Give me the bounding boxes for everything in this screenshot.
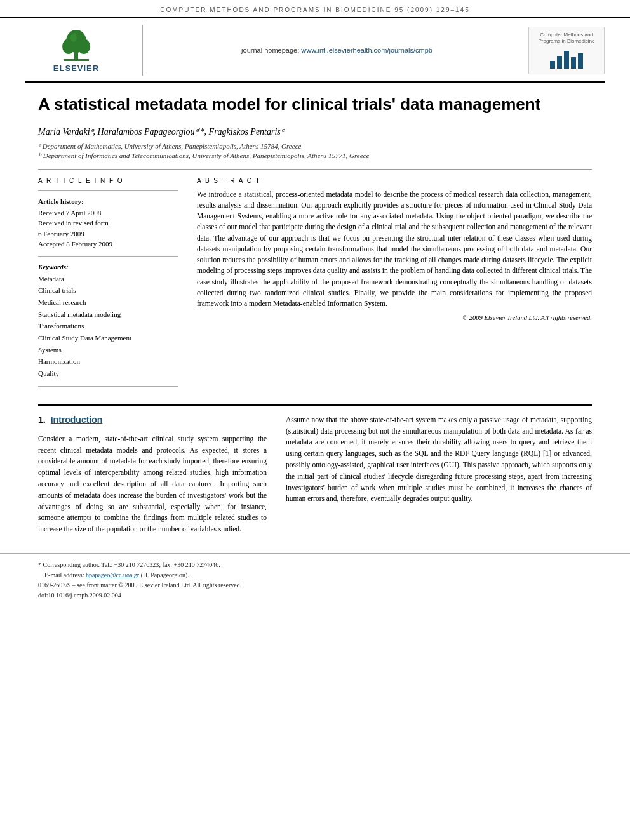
journal-title: COMPUTER METHODS AND PROGRAMS IN BIOMEDI…: [160, 6, 469, 13]
right-logo-text: Computer Methods andPrograms in Biomedic…: [539, 32, 595, 45]
header: ELSEVIER journal homepage: www.intl.else…: [0, 18, 630, 76]
article-title: A statistical metadata model for clinica…: [38, 94, 592, 115]
abstract-col-header: A B S T R A C T: [197, 177, 592, 184]
section1-left-text: Consider a modern, state-of-the-art clin…: [38, 434, 267, 535]
bar1: [550, 61, 555, 69]
para-1: Consider a modern, state-of-the-art clin…: [38, 434, 267, 535]
svg-point-4: [77, 39, 90, 54]
svg-point-5: [70, 33, 77, 42]
accepted-date: Accepted 8 February 2009: [38, 239, 178, 250]
two-col-info-abstract: A R T I C L E I N F O Article history: R…: [38, 177, 592, 393]
right-logo-area: Computer Methods andPrograms in Biomedic…: [516, 27, 605, 74]
footnote-area: * Corresponding author. Tel.: +30 210 72…: [0, 553, 630, 601]
received-date: Received 7 April 2008: [38, 208, 178, 218]
affiliation-a: ᵃ Department of Mathematics, University …: [38, 142, 592, 150]
section-divider-bold: [38, 404, 592, 406]
footnote-corresponding: * Corresponding author. Tel.: +30 210 72…: [38, 560, 592, 570]
footnote-corresponding-text: * Corresponding author. Tel.: +30 210 72…: [38, 561, 220, 568]
para-right-1: Assume now that the above state-of-the-a…: [286, 415, 592, 505]
bar-chart-icon: [550, 50, 583, 69]
bar2: [557, 56, 562, 69]
header-divider: [142, 25, 143, 76]
copyright-line: © 2009 Elsevier Ireland Ltd. All rights …: [197, 314, 592, 321]
abstract-col: A B S T R A C T We introduce a statistic…: [197, 177, 592, 393]
journal-homepage-link[interactable]: www.intl.elsevierhealth.com/journals/cmp…: [301, 46, 432, 54]
email-link[interactable]: hpapageo@cc.uoa.gr: [86, 571, 139, 578]
authors-text: Maria Vardakiᵃ, Haralambos Papageorgiouᵃ…: [38, 127, 285, 137]
revised-date: Received in revised form6 February 2009: [38, 218, 178, 239]
elsevier-label: ELSEVIER: [53, 63, 99, 73]
article-info-col: A R T I C L E I N F O Article history: R…: [38, 177, 178, 393]
keyword-quality: Quality: [38, 368, 178, 380]
main-left-col: 1. Introduction Consider a modern, state…: [38, 415, 267, 540]
keyword-harmonization: Harmonization: [38, 356, 178, 368]
keywords-list: Metadata Clinical trials Medical researc…: [38, 273, 178, 380]
journal-homepage-label: journal homepage:: [241, 46, 299, 54]
email-label: E-mail address:: [44, 571, 84, 578]
affiliation-b: ᵇ Department of Informatics and Telecomm…: [38, 152, 592, 160]
keyword-metadata: Metadata: [38, 273, 178, 285]
abstract-text: We introduce a statistical, process-orie…: [197, 189, 592, 310]
section1-right-text: Assume now that the above state-of-the-a…: [286, 415, 592, 505]
main-right-col: Assume now that the above state-of-the-a…: [286, 415, 592, 540]
svg-rect-1: [64, 59, 89, 61]
page: COMPUTER METHODS AND PROGRAMS IN BIOMEDI…: [0, 0, 630, 840]
keyword-clinical-study: Clinical Study Data ManagementSystems: [38, 332, 178, 356]
info-mid-divider: [38, 256, 178, 257]
elsevier-tree-icon: [51, 27, 102, 62]
affiliations: ᵃ Department of Mathematics, University …: [38, 142, 592, 160]
section-number: 1.: [38, 415, 46, 425]
keyword-clinical-trials: Clinical trials: [38, 284, 178, 297]
keyword-transformations: Transformations: [38, 320, 178, 332]
article-section: A statistical metadata model for clinica…: [0, 83, 630, 393]
email-person: H. Papageorgiou: [143, 571, 185, 578]
keyword-statistical-metadata: Statistical metadata modeling: [38, 309, 178, 321]
article-info-col-header: A R T I C L E I N F O: [38, 177, 178, 184]
journal-homepage: journal homepage: www.intl.elsevierhealt…: [158, 46, 516, 54]
bar4: [571, 57, 576, 69]
article-divider: [38, 169, 592, 170]
main-content: 1. Introduction Consider a modern, state…: [0, 415, 630, 540]
info-bottom-divider: [38, 386, 178, 387]
bar3: [564, 51, 569, 69]
keywords-label: Keywords:: [38, 263, 178, 270]
journal-logo-box: Computer Methods andPrograms in Biomedic…: [528, 27, 605, 74]
footnote-doi: doi:10.1016/j.cmpb.2009.02.004: [38, 590, 592, 601]
info-top-divider: [38, 190, 178, 191]
journal-header-bar: COMPUTER METHODS AND PROGRAMS IN BIOMEDI…: [0, 0, 630, 18]
footnote-email-line: E-mail address: hpapageo@cc.uoa.gr (H. P…: [38, 570, 592, 580]
keyword-medical-research: Medical research: [38, 297, 178, 309]
footnote-issn: 0169-2607/$ – see front matter © 2009 El…: [38, 580, 592, 590]
elsevier-logo-area: ELSEVIER: [25, 27, 127, 73]
history-label: Article history:: [38, 197, 178, 205]
bar5: [578, 53, 583, 69]
section-title: Introduction: [51, 415, 103, 425]
authors-line: Maria Vardakiᵃ, Haralambos Papageorgiouᵃ…: [38, 126, 592, 137]
